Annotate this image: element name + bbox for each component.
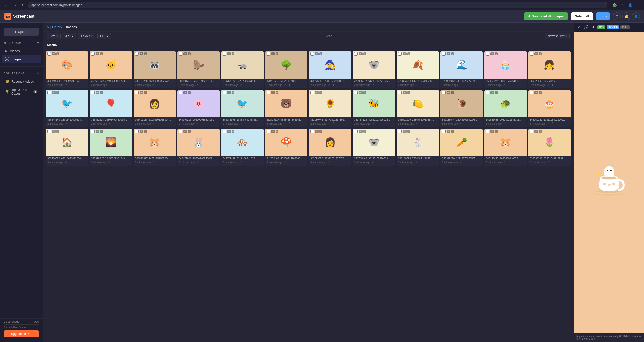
item-checkbox[interactable] bbox=[310, 52, 314, 56]
share-button[interactable]: ↗ bbox=[152, 160, 155, 164]
item-checkbox[interactable] bbox=[267, 52, 270, 56]
share-button[interactable]: ↗ bbox=[415, 83, 418, 87]
more-button[interactable]: ⋮ bbox=[68, 160, 72, 164]
grid-item[interactable]: 🐝 👁 0 359757125_80827107075022... 2 minu… bbox=[353, 90, 395, 127]
share-button[interactable]: ↗ bbox=[196, 83, 199, 87]
tools-button[interactable]: Tools bbox=[596, 12, 610, 20]
sidebar-item-images[interactable]: 🖼 Images bbox=[2, 55, 41, 63]
grid-item[interactable]: 🌷 👁 0 339833291_30861048216937... 3 minu… bbox=[528, 129, 571, 166]
item-checkbox[interactable] bbox=[179, 52, 182, 56]
share-button[interactable]: ↗ bbox=[108, 83, 111, 87]
grid-item[interactable]: 🏘️ 👁 0 344372489_61191663418354... 3 min… bbox=[221, 129, 263, 166]
item-checkbox[interactable] bbox=[530, 130, 533, 133]
more-button[interactable]: ⋮ bbox=[68, 83, 72, 87]
item-checkbox[interactable] bbox=[398, 52, 402, 56]
grid-item[interactable]: 🐢 👁 0 352543688_20823011545305... 3 minu… bbox=[484, 90, 527, 127]
share-button[interactable]: ↗ bbox=[546, 160, 550, 164]
upload-button[interactable]: ⬆ Upload bbox=[4, 28, 39, 36]
share-button[interactable]: ↗ bbox=[64, 160, 67, 164]
item-checkbox[interactable] bbox=[486, 91, 489, 94]
share-button[interactable]: ↗ bbox=[152, 83, 155, 87]
item-checkbox[interactable] bbox=[486, 130, 489, 133]
item-checkbox[interactable] bbox=[223, 52, 226, 56]
share-button[interactable]: ↗ bbox=[283, 160, 287, 164]
share-button[interactable]: ↗ bbox=[459, 83, 462, 87]
more-button[interactable]: ⋮ bbox=[507, 83, 511, 87]
item-checkbox[interactable] bbox=[354, 52, 358, 56]
grid-item[interactable]: 🐌 👁 0 357188044_22046309997275... 3 minu… bbox=[440, 90, 483, 127]
grid-item[interactable]: 🦝 👁 0 383151248_15450000082572... 2 minu… bbox=[134, 51, 176, 88]
item-checkbox[interactable] bbox=[135, 91, 139, 94]
more-button[interactable]: ⋮ bbox=[375, 160, 379, 164]
item-checkbox[interactable] bbox=[135, 130, 139, 133]
layout-filter[interactable]: Layout ▾ bbox=[78, 33, 95, 39]
item-checkbox[interactable] bbox=[398, 91, 402, 94]
size-filter[interactable]: Size ▾ bbox=[47, 33, 61, 39]
share-button[interactable]: ↗ bbox=[327, 83, 331, 87]
item-checkbox[interactable] bbox=[442, 130, 446, 133]
more-button[interactable]: ⋮ bbox=[551, 160, 554, 164]
grid-item[interactable]: 🐱 👁 0 385637172_32490682008738... 2 minu… bbox=[90, 51, 132, 88]
share-button[interactable]: ↗ bbox=[64, 83, 67, 87]
grid-item[interactable]: 🐦 👁 0 363786995_16888469148755... 2 minu… bbox=[221, 90, 263, 127]
more-button[interactable]: ⋮ bbox=[288, 122, 291, 125]
url-bar[interactable]: app.screencast.com/myprofile/images bbox=[28, 2, 607, 8]
item-checkbox[interactable] bbox=[47, 130, 51, 133]
more-button[interactable]: ⋮ bbox=[112, 83, 116, 87]
grid-item[interactable]: 🎂 👁 0 348269120_10311055212100... 3 minu… bbox=[528, 90, 571, 127]
grid-item[interactable]: 👩 👁 0 343093555_61312751737876... 3 minu… bbox=[309, 129, 351, 166]
share-button[interactable]: ↗ bbox=[327, 160, 331, 164]
grid-item[interactable]: 🌻 👁 0 361080745_61473601397392... 2 minu… bbox=[309, 90, 351, 127]
sidebar-item-videos[interactable]: ▶ Videos bbox=[2, 47, 41, 55]
more-button[interactable]: ⋮ bbox=[419, 122, 423, 125]
more-button[interactable]: ⋮ bbox=[419, 83, 423, 87]
share-button[interactable]: ↗ bbox=[503, 122, 506, 125]
item-checkbox[interactable] bbox=[398, 130, 402, 133]
grid-item[interactable]: 🏠 👁 0 350466350_67018641492060... 3 minu… bbox=[46, 129, 88, 166]
item-checkbox[interactable] bbox=[47, 52, 51, 56]
grid-item[interactable]: 🦡 👁 0 379757177_22252299051448... 2 minu… bbox=[221, 51, 263, 88]
more-button[interactable]: ⋮ bbox=[288, 83, 291, 87]
share-button[interactable]: ↗ bbox=[415, 122, 418, 125]
share-button[interactable]: ↗ bbox=[327, 122, 331, 125]
share-button[interactable]: ↗ bbox=[371, 83, 374, 87]
item-checkbox[interactable] bbox=[267, 91, 270, 94]
my-library-add-button[interactable]: + bbox=[37, 40, 39, 45]
item-checkbox[interactable] bbox=[310, 130, 314, 133]
select-all-button[interactable]: Select all bbox=[571, 12, 593, 20]
more-button[interactable]: ⋮ bbox=[244, 122, 248, 125]
more-button[interactable]: ⋮ bbox=[551, 122, 554, 125]
more-button[interactable]: ⋮ bbox=[68, 122, 72, 125]
share-button[interactable]: ↗ bbox=[546, 83, 550, 87]
more-button[interactable]: ⋮ bbox=[112, 122, 116, 125]
more-button[interactable]: ⋮ bbox=[332, 160, 335, 164]
item-checkbox[interactable] bbox=[486, 52, 489, 56]
grid-item[interactable]: 🧙 👁 0 375276355_26801582388178... 2 minu… bbox=[309, 51, 351, 88]
grid-item[interactable]: 🐨 👁 0 341749468_35192185316329... 3 minu… bbox=[353, 129, 395, 166]
more-button[interactable]: ⋮ bbox=[463, 83, 467, 87]
menu-button[interactable]: ⋮ bbox=[635, 2, 641, 8]
share-button[interactable]: ↗ bbox=[371, 160, 374, 164]
grid-item[interactable]: 🌄 👁 0 347328847_22455727364349... 3 minu… bbox=[90, 129, 132, 166]
item-checkbox[interactable] bbox=[91, 91, 95, 94]
download-button[interactable]: ⬇ Download 42 images bbox=[524, 12, 568, 20]
grid-item[interactable]: 🐇 👁 0 340188693_76244644210522... 3 minu… bbox=[397, 129, 439, 166]
grid-item[interactable]: 👩 👁 0 365409168_61006101015024... 2 minu… bbox=[134, 90, 176, 127]
share-button[interactable]: ↗ bbox=[283, 83, 287, 87]
grid-item[interactable]: 🌸 👁 0 364397296_20220903580809... 2 minu… bbox=[177, 90, 220, 127]
sort-dropdown[interactable]: Newest First ▾ bbox=[545, 33, 570, 39]
item-checkbox[interactable] bbox=[91, 130, 95, 133]
more-button[interactable]: ⋮ bbox=[507, 122, 511, 125]
preview-checkbox[interactable]: ☑ bbox=[576, 25, 582, 30]
share-button[interactable]: ↗ bbox=[108, 160, 111, 164]
item-checkbox[interactable] bbox=[442, 52, 446, 56]
grid-item[interactable]: 🎈 👁 0 365862478_18506499457996... 2 minu… bbox=[90, 90, 132, 127]
grid-item[interactable]: 🦫 👁 0 382591329_33637094219169... 2 minu… bbox=[177, 51, 220, 88]
item-checkbox[interactable] bbox=[530, 91, 533, 94]
share-button[interactable]: ↗ bbox=[459, 122, 462, 125]
share-button[interactable]: ↗ bbox=[415, 160, 418, 164]
grid-item[interactable]: 🐻 👁 0 362419117_58884657665365... 2 minu… bbox=[265, 90, 307, 127]
grid-item[interactable]: 🍋 👁 0 358021909_26867669910283... 3 minu… bbox=[397, 90, 439, 127]
notifications-button[interactable]: 🔔 bbox=[622, 12, 630, 20]
more-button[interactable]: ⋮ bbox=[375, 122, 379, 125]
